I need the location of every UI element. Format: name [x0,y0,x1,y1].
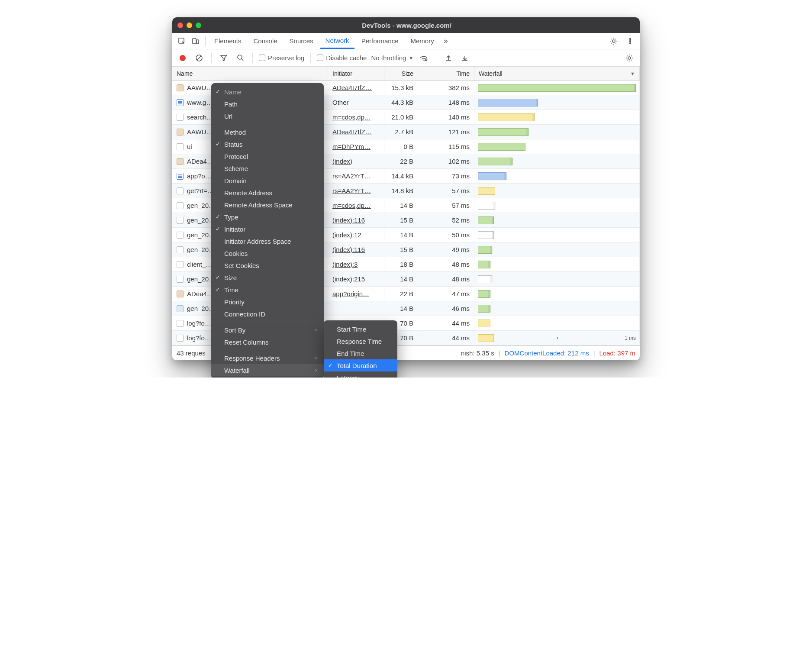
svg-point-9 [238,55,242,59]
record-button[interactable] [177,52,189,64]
cell-time: 140 ms [418,110,474,124]
menu-item[interactable]: Method [211,126,324,138]
kebab-menu-icon[interactable] [624,35,636,47]
download-har-icon[interactable] [459,52,471,64]
menu-item[interactable]: Path [211,98,324,110]
status-dcl: DOMContentLoaded: 212 ms [505,349,589,357]
cell-size: 22 B [384,154,418,168]
cell-waterfall [474,95,640,110]
cell-waterfall [474,228,640,242]
tab-memory[interactable]: Memory [406,33,439,49]
menu-item[interactable]: ✓Initiator [211,223,324,235]
cell-waterfall: ●1 ms [474,331,640,345]
cell-initiator: ADea4I7IfZ… [328,125,384,139]
cell-time: 382 ms [418,81,474,95]
tab-sources[interactable]: Sources [284,33,319,49]
tab-console[interactable]: Console [248,33,283,49]
col-time[interactable]: Time [418,67,474,80]
cell-size: 14.8 kB [384,184,418,198]
minimize-icon[interactable] [187,23,192,28]
device-toolbar-icon[interactable] [190,35,202,47]
menu-item[interactable]: Response Headers› [211,352,324,364]
menu-item[interactable]: Initiator Address Space [211,235,324,247]
settings-icon[interactable] [608,35,620,47]
menu-item[interactable]: Connection ID [211,308,324,320]
cell-initiator [328,301,384,316]
cell-initiator: ADea4I7IfZ… [328,81,384,95]
menu-item[interactable]: Sort By› [211,324,324,336]
cell-time: 57 ms [418,198,474,213]
table-header: Name Initiator Size Time Waterfall▼ [172,67,640,81]
menu-item[interactable]: Set Cookies [211,259,324,271]
disable-cache-checkbox[interactable]: Disable cache [317,54,367,61]
network-settings-icon[interactable] [623,52,635,64]
menu-item[interactable]: Start Time [324,323,397,335]
cell-initiator: (index):215 [328,272,384,286]
menu-item[interactable]: ✓Type [211,211,324,223]
status-requests: 43 reques [177,349,206,357]
zoom-icon[interactable] [196,23,201,28]
menu-item[interactable]: Cookies [211,247,324,259]
cell-initiator: rs=AA2YrT… [328,184,384,198]
cell-size: 14.4 kB [384,169,418,183]
cell-size: 15 B [384,242,418,257]
svg-rect-1 [193,39,196,44]
column-context-menu[interactable]: ✓NamePathUrlMethod✓StatusProtocolSchemeD… [211,83,324,378]
menu-item[interactable]: Response Time [324,335,397,347]
waterfall-submenu[interactable]: Start TimeResponse TimeEnd Time✓Total Du… [324,320,397,378]
clear-icon[interactable] [193,52,205,64]
cell-time: 47 ms [418,287,474,301]
cell-initiator: m=cdos,dp… [328,110,384,124]
file-type-icon [177,143,184,150]
tab-elements[interactable]: Elements [209,33,247,49]
svg-point-12 [628,57,631,59]
cell-waterfall [474,125,640,139]
menu-item[interactable]: Domain [211,174,324,187]
filter-icon[interactable] [218,52,230,64]
col-name[interactable]: Name [172,67,328,80]
search-icon[interactable] [234,52,246,64]
inspect-element-icon[interactable] [176,35,188,47]
file-type-icon [177,202,184,209]
menu-item[interactable]: Waterfall› [211,364,324,376]
file-type-icon [177,187,184,194]
menu-item[interactable]: Remote Address [211,187,324,199]
svg-rect-2 [197,40,199,44]
cell-waterfall [474,272,640,286]
cell-initiator: (index):12 [328,228,384,242]
more-tabs-icon[interactable]: » [441,36,451,45]
menu-item[interactable]: End Time [324,347,397,359]
menu-item[interactable]: ✓Status [211,138,324,150]
menu-item[interactable]: Url [211,110,324,122]
tab-network[interactable]: Network [320,33,354,49]
cell-waterfall [474,287,640,301]
cell-time: 115 ms [418,139,474,154]
throttling-select[interactable]: No throttling▼ [371,54,413,61]
file-type-icon [177,158,184,165]
menu-item[interactable]: ✓Time [211,284,324,296]
svg-point-3 [612,40,615,42]
cell-time: 52 ms [418,213,474,227]
cell-initiator: (index):116 [328,213,384,227]
preserve-log-checkbox[interactable]: Preserve log [259,54,304,61]
network-conditions-icon[interactable] [418,52,430,64]
menu-item[interactable]: ✓Size [211,271,324,284]
svg-point-4 [630,38,631,39]
upload-har-icon[interactable] [442,52,454,64]
menu-item[interactable]: Reset Columns [211,336,324,348]
col-waterfall[interactable]: Waterfall▼ [474,67,640,80]
menu-item[interactable]: Protocol [211,150,324,162]
menu-item[interactable]: Remote Address Space [211,199,324,211]
menu-item[interactable]: ✓Name [211,86,324,98]
menu-item[interactable]: ✓Total Duration [324,359,397,371]
col-initiator[interactable]: Initiator [328,67,384,80]
cell-waterfall [474,257,640,271]
menu-item[interactable]: Priority [211,296,324,308]
col-size[interactable]: Size [384,67,418,80]
menu-item[interactable]: Scheme [211,162,324,174]
close-icon[interactable] [177,23,183,28]
cell-waterfall [474,110,640,124]
devtools-window: DevTools - www.google.com/ Elements Cons… [172,17,640,360]
menu-item[interactable]: Latency [324,371,397,378]
tab-performance[interactable]: Performance [356,33,404,49]
